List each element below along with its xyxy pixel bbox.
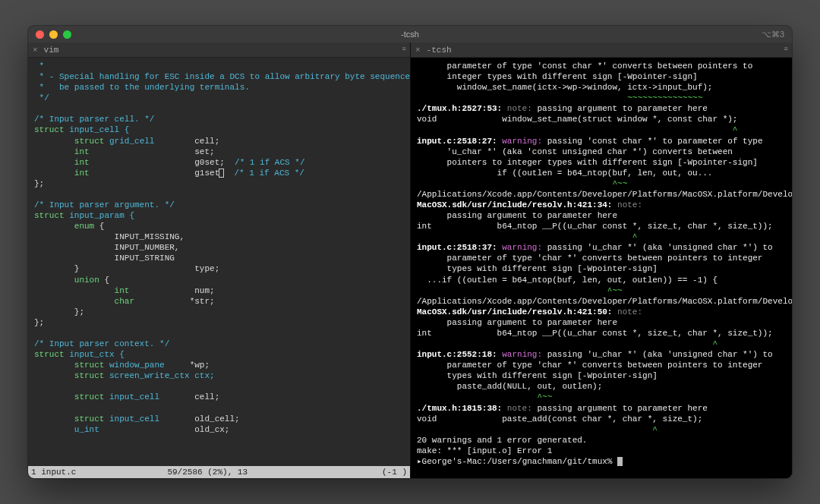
titlebar[interactable]: -tcsh ⌥⌘3 xyxy=(28,26,792,43)
caret-line: ^ xyxy=(417,125,737,134)
caret-line: ^ xyxy=(417,232,637,241)
terminal-cursor xyxy=(617,457,623,466)
code-line: * xyxy=(34,61,44,71)
split-panes: × vim ≡ * * - Special handling for ESC i… xyxy=(28,43,792,478)
code-line: struct xyxy=(34,125,65,134)
output-line: types with different sign [-Wpointer-sig… xyxy=(417,371,658,380)
code-line: /* Input parser context. */ xyxy=(34,339,169,348)
vim-statusbar: 1 input.c 59/2586 (2%), 13 (-1 ) xyxy=(28,466,410,478)
zoom-window-button[interactable] xyxy=(63,30,71,39)
right-tab-name[interactable]: -tcsh xyxy=(425,46,452,55)
code-line: /* Input parser argument. */ xyxy=(34,200,175,209)
output-line: types with different sign [-Wpointer-sig… xyxy=(417,264,658,273)
caret-line: ^ xyxy=(417,425,658,434)
code-line: * - Special handling for ESC inside a DC… xyxy=(34,72,410,81)
output-line: integer types with different sign [-Wpoi… xyxy=(417,72,698,81)
code-line: */ xyxy=(34,93,49,102)
status-right: (-1 ) xyxy=(382,468,407,477)
output-line: parameter of type 'char *' converts betw… xyxy=(417,254,762,263)
caret-line: ^~~ xyxy=(417,286,623,295)
output-line: /Applications/Xcode.app/Contents/Develop… xyxy=(417,297,792,306)
output-line: int b64_ntop __P((u_char const *, size_t… xyxy=(417,222,773,231)
right-pane[interactable]: × -tcsh ≡ parameter of type 'const char … xyxy=(410,43,792,478)
terminal-output[interactable]: parameter of type 'const char *' convert… xyxy=(411,58,792,478)
caret-line: ^~~ xyxy=(417,179,627,188)
shell-prompt[interactable]: ▸George's-Mac:/Users/gnachman/git/tmux% xyxy=(417,457,623,466)
left-tabbar[interactable]: × vim ≡ xyxy=(28,43,410,58)
vim-editor-content[interactable]: * * - Special handling for ESC inside a … xyxy=(28,58,410,466)
code-line: * be passed to the underlying terminals. xyxy=(34,83,250,92)
output-line: window_set_name(ictx->wp->window, ictx->… xyxy=(417,83,712,92)
output-line: parameter of type 'const char *' convert… xyxy=(417,61,752,71)
window-title: -tcsh xyxy=(401,30,419,39)
hamburger-icon[interactable]: ≡ xyxy=(398,46,410,53)
output-line: make: *** [input.o] Error 1 xyxy=(417,446,552,455)
close-tab-icon[interactable]: × xyxy=(411,46,425,55)
caret-line: ^~~ xyxy=(417,392,552,402)
output-line: parameter of type 'char *' converts betw… xyxy=(417,361,762,370)
output-line: void window_set_name(struct window *, co… xyxy=(417,115,737,124)
output-line: int b64_ntop __P((u_char const *, size_t… xyxy=(417,329,773,338)
status-filename: 1 input.c xyxy=(31,468,76,477)
caret-line: ^ xyxy=(417,339,718,348)
output-line: void paste_add(const char *, char *, siz… xyxy=(417,414,702,424)
right-tabbar[interactable]: × -tcsh ≡ xyxy=(411,43,792,58)
output-line: passing argument to parameter here xyxy=(417,211,617,220)
minimize-window-button[interactable] xyxy=(49,30,58,39)
output-line: 'u_char *' (aka 'const unsigned char *')… xyxy=(417,147,733,156)
left-pane[interactable]: × vim ≡ * * - Special handling for ESC i… xyxy=(28,43,410,478)
close-tab-icon[interactable]: × xyxy=(28,46,43,55)
caret-line: ~~~~~~~~~~~~~~~ xyxy=(417,93,702,102)
close-window-button[interactable] xyxy=(36,30,44,39)
status-position: 59/2586 (2%), 13 xyxy=(76,468,382,477)
left-tab-name[interactable]: vim xyxy=(43,46,59,55)
output-line: 20 warnings and 1 error generated. xyxy=(417,436,587,445)
output-line: ...if ((outlen = b64_ntop(buf, len, out,… xyxy=(417,276,718,285)
code-line: /* Input parser cell. */ xyxy=(34,115,154,124)
hamburger-icon[interactable]: ≡ xyxy=(780,46,792,53)
output-line: /Applications/Xcode.app/Contents/Develop… xyxy=(417,190,792,199)
window-shortcut: ⌥⌘3 xyxy=(762,30,784,39)
output-line: if ((outlen = b64_ntop(buf, len, out, ou… xyxy=(417,169,712,178)
terminal-window: -tcsh ⌥⌘3 × vim ≡ * * - Special handling… xyxy=(28,26,792,478)
traffic-lights xyxy=(28,30,71,39)
output-line: pointers to integer types with different… xyxy=(417,158,758,167)
output-line: passing argument to parameter here xyxy=(417,318,617,327)
output-line: paste_add(NULL, out, outlen); xyxy=(417,382,602,391)
